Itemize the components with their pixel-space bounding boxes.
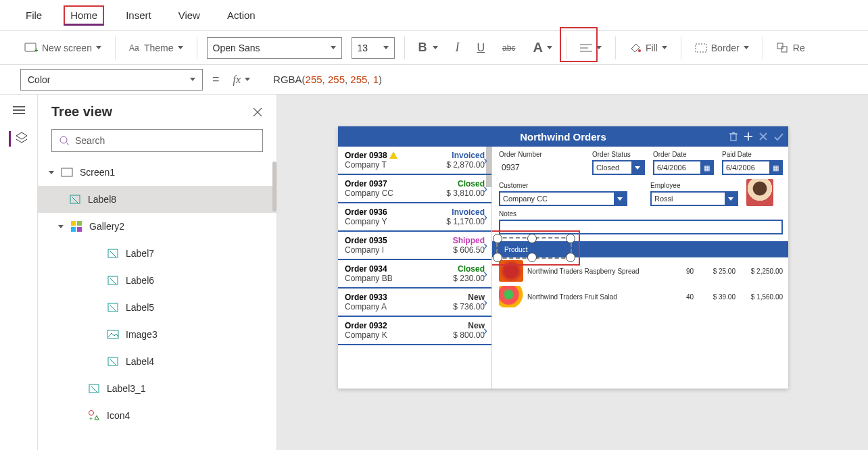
paid-date-value: 6/4/2006 [726,164,755,172]
product-row[interactable]: Northwind Traders Raspberry Spread 90 $ … [499,260,783,282]
orders-list[interactable]: Order 0938Invoiced Company T$ 2,870.00 ›… [338,147,492,389]
chevron-down-icon [178,46,183,49]
notes-input[interactable] [499,220,783,234]
border-icon [695,43,707,53]
customer-select[interactable]: Company CC [499,191,627,206]
svg-rect-19 [71,227,76,232]
tree-label: Label5 [126,302,154,313]
paint-bucket-icon [629,42,642,54]
italic-icon: I [456,41,460,55]
check-icon[interactable] [773,132,784,141]
order-detail: Order Number0937 Order StatusClosed Orde… [492,147,788,389]
chevron-right-icon: › [483,239,487,253]
menu-insert[interactable]: Insert [120,7,157,24]
font-color-button[interactable]: A [529,37,556,58]
new-screen-button[interactable]: + New screen [20,40,105,56]
svg-line-16 [72,197,78,203]
font-size-value: 13 [358,43,368,53]
svg-rect-21 [108,249,118,257]
order-item[interactable]: Order 0932New Company K$ 800.00 › [338,317,491,345]
menu-view[interactable]: View [173,7,206,24]
tree-view-tab[interactable] [9,131,28,147]
scrollbar-thumb[interactable] [272,161,276,211]
menu-action[interactable]: Action [222,7,261,24]
menu-file[interactable]: File [20,7,47,24]
order-item[interactable]: Order 0938Invoiced Company T$ 2,870.00 › [338,147,491,175]
employee-select[interactable]: Rossi [650,191,738,206]
tree-label: Label4 [126,356,154,367]
tree-node-label5[interactable]: Label5 [38,294,276,321]
chevron-down-icon [725,193,737,205]
shapes-icon: + [88,409,100,422]
tree-node-label7[interactable]: Label7 [38,240,276,267]
order-status-value: Closed [596,164,619,172]
product-row[interactable]: Northwind Traders Fruit Salad 40 $ 39.00… [499,286,783,307]
close-x-icon[interactable] [758,132,768,141]
tree-search[interactable]: Search [51,129,263,152]
close-icon[interactable] [252,107,263,118]
order-item[interactable]: Order 0933New Company A$ 736.00 › [338,289,491,317]
svg-line-13 [66,143,69,145]
underline-button[interactable]: U [473,39,489,57]
canvas[interactable]: Northwind Orders Order 0938Invoiced Comp… [277,95,868,450]
align-button[interactable] [576,41,606,55]
formula-input[interactable]: RGBA(255, 255, 255, 1) [273,74,382,86]
tree-node-label8[interactable]: Label8 [38,186,276,213]
strikethrough-button[interactable]: abc [498,41,519,55]
tree-title: Tree view [51,104,112,120]
italic-button[interactable]: I [452,38,464,57]
product-thumb [499,286,523,307]
tree-node-label6[interactable]: Label6 [38,267,276,294]
font-size-select[interactable]: 13 [352,37,395,59]
lbl-customer: Customer [499,182,627,189]
fill-label: Fill [646,43,658,53]
lbl-paid-date: Paid Date [722,151,783,158]
tree-node-label3-1[interactable]: Label3_1 [38,375,276,402]
reorder-label: Re [793,43,805,53]
chevron-down-icon [596,46,602,49]
order-item[interactable]: Order 0936Invoiced Company Y$ 1,170.00 › [338,203,491,232]
label-icon [107,355,119,368]
svg-line-31 [91,386,97,392]
fx-icon: fx [233,74,241,86]
property-select[interactable]: Color [20,69,203,91]
order-item[interactable]: Order 0935Shipped Company I$ 606.50 › [338,232,491,260]
app-title: Northwind Orders [520,131,606,143]
fx-button[interactable]: fx [229,71,255,89]
plus-icon[interactable] [744,132,753,141]
svg-line-24 [110,278,116,284]
bold-button[interactable]: B [414,38,442,57]
strikethrough-icon: abc [502,43,515,53]
tree-node-label4[interactable]: Label4 [38,348,276,375]
theme-button[interactable]: Aa Theme [125,40,187,56]
paid-date-picker[interactable]: 6/4/2006▦ [722,160,783,175]
fill-button[interactable]: Fill [625,39,671,57]
order-date-picker[interactable]: 6/4/2006▦ [653,160,714,175]
reorder-icon [777,43,789,53]
svg-rect-15 [70,195,80,203]
chevron-right-icon: › [483,295,487,309]
app-preview: Northwind Orders Order 0938Invoiced Comp… [338,126,788,389]
order-item[interactable]: Order 0937Closed Company CC$ 3,810.00 › [338,175,491,203]
hamburger-button[interactable] [13,104,25,116]
chevron-right-icon: › [483,267,487,281]
tree-node-screen1[interactable]: Screen1 [38,159,276,186]
tree-node-icon4[interactable]: +Icon4 [38,402,276,429]
border-button[interactable]: Border [691,40,753,56]
order-status-select[interactable]: Closed [592,160,645,175]
chevron-down-icon [433,46,438,49]
tree-node-image3[interactable]: Image3 [38,321,276,348]
tree-node-gallery2[interactable]: Gallery2 [38,213,276,240]
product-total: $ 2,250.00 [740,268,783,275]
svg-rect-28 [108,357,118,366]
order-item[interactable]: Order 0934Closed Company BB$ 230.00 › [338,260,491,289]
svg-rect-20 [77,227,82,232]
formula-a3: 255 [350,74,367,85]
chevron-down-icon [662,46,667,49]
menu-home[interactable]: Home [64,5,104,26]
font-select[interactable]: Open Sans [207,37,342,59]
product-qty: 90 [667,268,694,275]
trash-icon[interactable] [729,131,738,142]
product-price: $ 39.00 [698,293,736,301]
reorder-button[interactable]: Re [773,40,809,56]
